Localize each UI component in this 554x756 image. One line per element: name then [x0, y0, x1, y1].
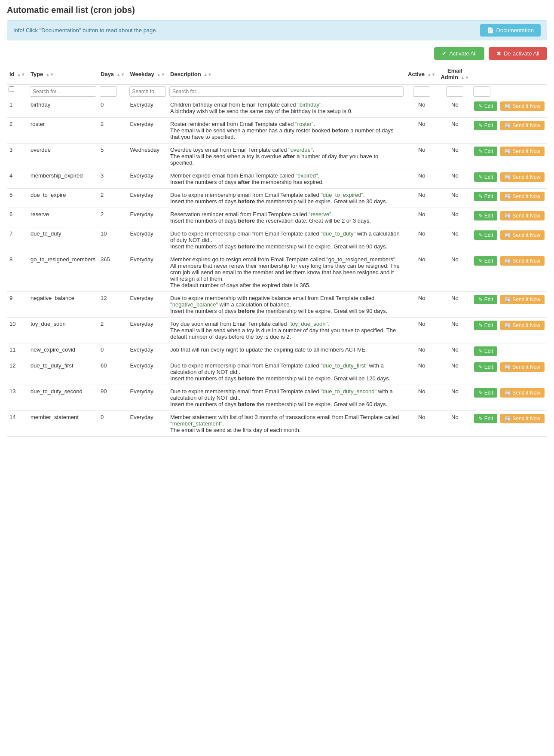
- cell-email-admin: No: [438, 118, 471, 144]
- header-id[interactable]: id ▲▼: [7, 64, 28, 84]
- send-button[interactable]: 📰 Send it Now: [500, 101, 545, 111]
- cell-type: member_statement: [28, 411, 98, 437]
- send-button[interactable]: 📰 Send it Now: [500, 147, 545, 156]
- deactivate-all-button[interactable]: ✖ De-activate All: [489, 47, 547, 60]
- send-button[interactable]: 📰 Send it Now: [500, 230, 545, 240]
- cell-active: No: [405, 411, 438, 437]
- send-button[interactable]: 📰 Send it Now: [500, 362, 545, 372]
- search-email-admin-input[interactable]: [446, 86, 463, 97]
- search-cell-description: [168, 84, 405, 98]
- cell-active: No: [405, 253, 438, 292]
- cell-type: due_to_duty: [28, 227, 98, 253]
- header-active[interactable]: Active ▲▼: [405, 64, 438, 84]
- cell-id: 9: [7, 292, 28, 318]
- send-button[interactable]: 📰 Send it Now: [500, 172, 545, 182]
- doc-icon: 📄: [487, 27, 494, 34]
- edit-button[interactable]: ✎ Edit: [474, 414, 497, 423]
- cell-description: Member statement with list of last 3 mon…: [168, 411, 405, 437]
- cell-days: 2: [98, 318, 128, 343]
- cell-days: 5: [98, 144, 128, 169]
- table-row: 2 roster 2 Everyday Roster reminder emai…: [7, 118, 547, 144]
- search-cell-active: [405, 84, 438, 98]
- cell-days: 0: [98, 98, 128, 118]
- search-days-input[interactable]: [100, 86, 117, 97]
- table-row: 11 new_expire_covid 0 Everyday Job that …: [7, 343, 547, 359]
- cell-type: reserve: [28, 208, 98, 227]
- send-button[interactable]: 📰 Send it Now: [500, 192, 545, 201]
- header-type[interactable]: Type ▲▼: [28, 64, 98, 84]
- table-row: 9 negative_balance 12 Everyday Due to ex…: [7, 292, 547, 318]
- cell-weekday: Everyday: [128, 227, 168, 253]
- search-row: [7, 84, 547, 98]
- edit-button[interactable]: ✎ Edit: [474, 388, 497, 398]
- header-weekday[interactable]: Weekday ▲▼: [128, 64, 168, 84]
- cell-active: No: [405, 227, 438, 253]
- cell-id: 4: [7, 169, 28, 189]
- cell-id: 3: [7, 144, 28, 169]
- cell-weekday: Everyday: [128, 118, 168, 144]
- send-button[interactable]: 📰 Send it Now: [500, 211, 545, 220]
- edit-button[interactable]: ✎ Edit: [474, 346, 497, 356]
- edit-button[interactable]: ✎ Edit: [474, 321, 497, 330]
- edit-button[interactable]: ✎ Edit: [474, 295, 497, 304]
- cell-actions: ✎ Edit 📰 Send it Now: [471, 118, 547, 144]
- send-button[interactable]: 📰 Send it Now: [500, 414, 545, 423]
- cell-email-admin: No: [438, 318, 471, 343]
- cell-active: No: [405, 208, 438, 227]
- edit-button[interactable]: ✎ Edit: [474, 101, 497, 111]
- edit-button[interactable]: ✎ Edit: [474, 230, 497, 240]
- send-button[interactable]: 📰 Send it Now: [500, 321, 545, 330]
- send-button[interactable]: 📰 Send it Now: [500, 295, 545, 304]
- sort-icon-id: ▲▼: [17, 72, 25, 77]
- table-row: 4 membership_expired 3 Everyday Member e…: [7, 169, 547, 189]
- search-active-input[interactable]: [413, 86, 430, 97]
- edit-button[interactable]: ✎ Edit: [474, 192, 497, 201]
- cell-id: 7: [7, 227, 28, 253]
- cell-description: Member expired go to resign email from E…: [168, 253, 405, 292]
- cell-id: 2: [7, 118, 28, 144]
- edit-button[interactable]: ✎ Edit: [474, 256, 497, 266]
- cell-actions: ✎ Edit 📰 Send it Now: [471, 189, 547, 208]
- cell-weekday: Everyday: [128, 359, 168, 385]
- documentation-button[interactable]: 📄 Documentation: [480, 24, 541, 37]
- cell-weekday: Everyday: [128, 292, 168, 318]
- edit-button[interactable]: ✎ Edit: [474, 362, 497, 372]
- search-description-input[interactable]: [169, 86, 404, 97]
- cell-id: 10: [7, 318, 28, 343]
- select-all-checkbox[interactable]: [9, 86, 14, 92]
- edit-button[interactable]: ✎ Edit: [474, 211, 497, 220]
- search-weekday-input[interactable]: [129, 86, 166, 97]
- cell-description: Reservation reminder email from Email Te…: [168, 208, 405, 227]
- send-button[interactable]: 📰 Send it Now: [500, 256, 545, 266]
- header-days[interactable]: Days ▲▼: [98, 64, 128, 84]
- send-button[interactable]: 📰 Send it Now: [500, 388, 545, 398]
- cell-actions: ✎ Edit 📰 Send it Now: [471, 318, 547, 343]
- cell-email-admin: No: [438, 169, 471, 189]
- edit-button[interactable]: ✎ Edit: [474, 121, 497, 130]
- action-bar: ✔ Activate All ✖ De-activate All: [0, 45, 554, 64]
- cell-actions: ✎ Edit 📰 Send it Now: [471, 169, 547, 189]
- search-actions-input[interactable]: [473, 86, 490, 97]
- cell-actions: ✎ Edit 📰 Send it Now: [471, 411, 547, 437]
- search-type-input[interactable]: [30, 86, 96, 97]
- cell-weekday: Everyday: [128, 253, 168, 292]
- check-icon: ✔: [442, 50, 447, 57]
- table-row: 8 go_to_resigned_members 365 Everyday Me…: [7, 253, 547, 292]
- edit-button[interactable]: ✎ Edit: [474, 172, 497, 182]
- cell-description: Due to expire membership with negative b…: [168, 292, 405, 318]
- cell-type: toy_due_soon: [28, 318, 98, 343]
- cell-actions: ✎ Edit 📰 Send it Now: [471, 98, 547, 118]
- cell-email-admin: No: [438, 189, 471, 208]
- cell-description: Children birthday email from Email Templ…: [168, 98, 405, 118]
- cell-actions: ✎ Edit 📰 Send it Now: [471, 359, 547, 385]
- activate-all-button[interactable]: ✔ Activate All: [434, 47, 484, 60]
- cell-actions: ✎ Edit 📰 Send it Now: [471, 227, 547, 253]
- cell-days: 2: [98, 118, 128, 144]
- edit-button[interactable]: ✎ Edit: [474, 147, 497, 156]
- send-button[interactable]: 📰 Send it Now: [500, 121, 545, 130]
- sort-icon-email-admin: ▲▼: [461, 75, 469, 80]
- header-email-admin[interactable]: EmailAdmin ▲▼: [438, 64, 471, 84]
- cell-description: Due to expire membership email from Emai…: [168, 359, 405, 385]
- header-description[interactable]: Description ▲▼: [168, 64, 405, 84]
- cell-active: No: [405, 98, 438, 118]
